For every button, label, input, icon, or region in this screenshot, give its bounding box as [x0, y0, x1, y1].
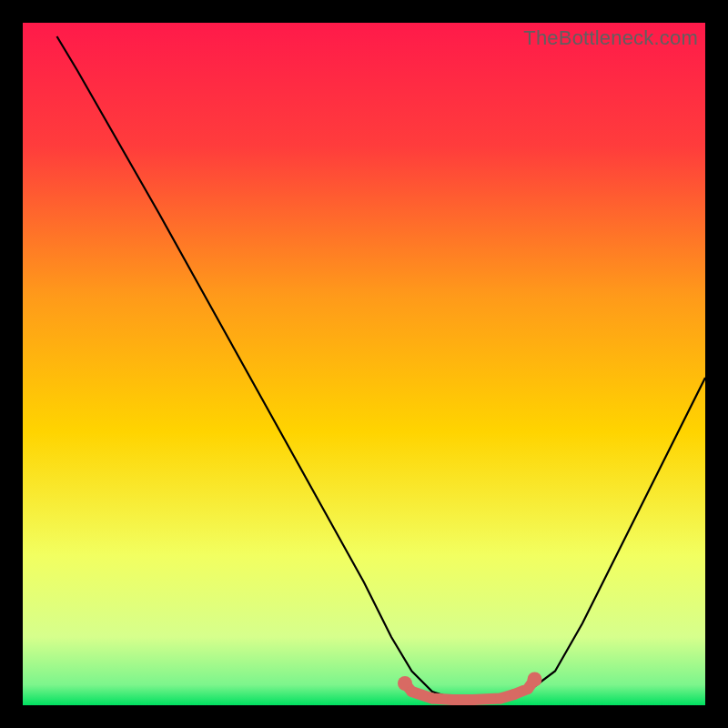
accent-dot	[509, 689, 520, 700]
accent-dot	[427, 693, 438, 704]
accent-dot	[528, 672, 542, 687]
gradient-background	[23, 23, 705, 705]
accent-dot	[495, 693, 506, 704]
watermark-text: TheBottleneck.com	[523, 26, 698, 50]
accent-dot	[448, 694, 459, 705]
accent-dot	[468, 694, 479, 705]
chart-frame: TheBottleneck.com	[23, 23, 705, 705]
accent-dot	[407, 686, 418, 697]
chart-svg	[23, 23, 705, 705]
